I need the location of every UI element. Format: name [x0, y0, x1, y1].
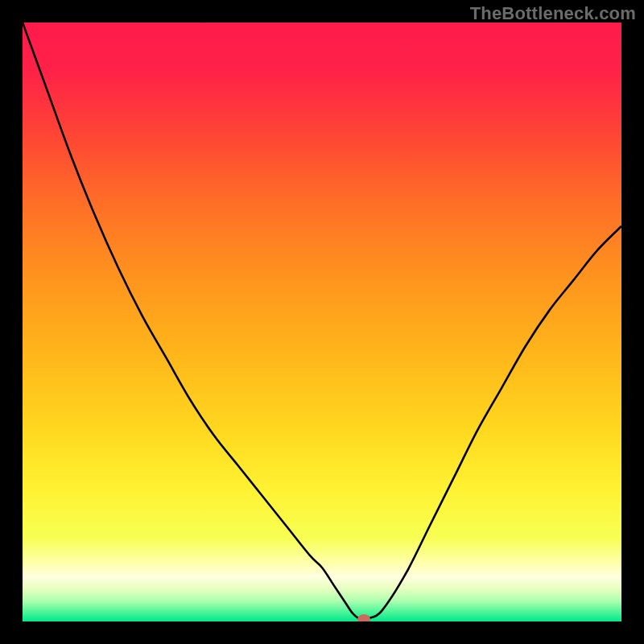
plot-svg: [23, 23, 621, 621]
chart-frame: TheBottleneck.com: [0, 0, 644, 644]
plot-area: [23, 23, 621, 621]
watermark-text: TheBottleneck.com: [470, 3, 636, 24]
gradient-background: [23, 23, 621, 621]
